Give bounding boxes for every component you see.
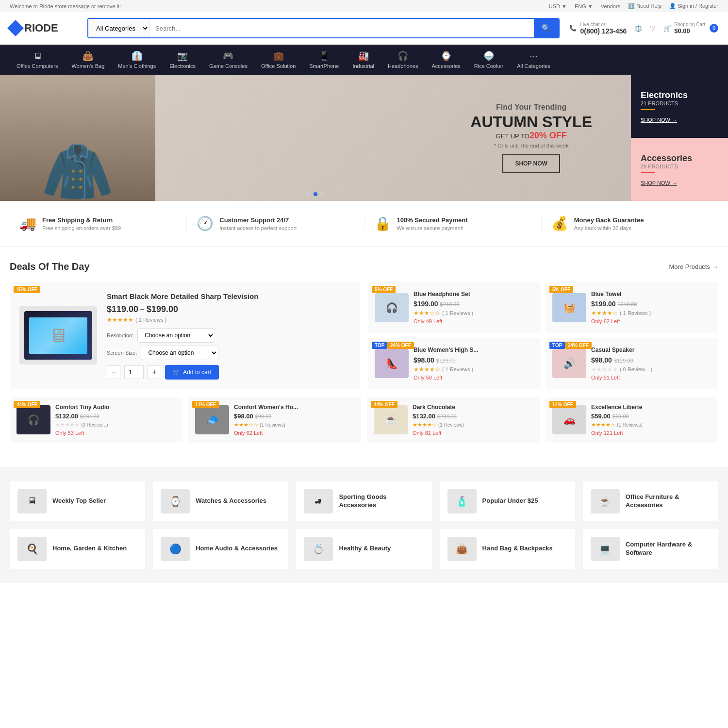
cat-img-office-furn: ☕ xyxy=(591,489,620,513)
office-computers-icon: 🖥 xyxy=(33,51,42,61)
search-button[interactable]: 🔍 xyxy=(534,19,559,37)
bottom-deal-4: 14% OFF 🚗 Excellence Liberte $59.00$69.0… xyxy=(546,397,718,443)
electronics-shop-now[interactable]: SHOP NOW → xyxy=(641,117,718,123)
dot-3[interactable] xyxy=(320,192,324,196)
currency-selector[interactable]: USD ▼ xyxy=(549,3,567,9)
cat-computer-hardware[interactable]: 💻 Computer Hardware & Software xyxy=(583,529,718,569)
nav-item-smartphone[interactable]: 📱SmartPhone xyxy=(302,45,346,75)
logo-diamond xyxy=(7,20,24,36)
signin-link[interactable]: 👤 Sign in / Register xyxy=(669,3,718,9)
cat-sporting[interactable]: ⛸ Sporting Goods Accessories xyxy=(296,481,431,521)
hero-dots xyxy=(307,192,324,196)
deal-img-3: 👠 xyxy=(375,349,409,378)
bottom-info-3: Dark Chocolate $132.00$234.00 ★★★★☆(1 Re… xyxy=(413,404,464,436)
accessories-shop-now[interactable]: SHOP NOW → xyxy=(641,180,718,186)
featured-deal-image xyxy=(19,306,97,364)
deal-top-badge-3: TOP xyxy=(372,342,387,349)
cat-img-handbag: 👜 xyxy=(447,537,477,561)
logo[interactable]: RIODE xyxy=(10,22,78,34)
header-actions: 📞 Live chat or: 0(800) 123-456 ⚖️ ♡ 🛒 Sh… xyxy=(569,22,718,35)
resolution-select[interactable]: Choose an option xyxy=(137,328,215,343)
features-bar: 🚚 Free Shipping & Return Free shipping o… xyxy=(0,201,728,247)
nav-item-accessories[interactable]: ⌚Accessories xyxy=(425,45,467,75)
deal-options: Resolution: Choose an option Screen Size… xyxy=(107,328,258,360)
nav-item-electronics[interactable]: 📷Electronics xyxy=(163,45,202,75)
hero-cta-button[interactable]: SHOP NOW xyxy=(502,154,560,173)
cat-watches[interactable]: ⌚ Watches & Accessories xyxy=(153,481,288,521)
hero-accessories-card[interactable]: Accessories 28 PRODUCTS SHOP NOW → xyxy=(631,138,728,201)
cat-office-furniture[interactable]: ☕ Office Furniture & Accessories xyxy=(583,481,718,521)
cat-weekly-top-seller[interactable]: 🖥 Weekly Top Seller xyxy=(10,481,145,521)
bottom-img-3: ☕ xyxy=(374,405,408,434)
more-products-link[interactable]: More Products → xyxy=(669,263,718,270)
header: RIODE All Categories 🔍 📞 Live chat or: 0… xyxy=(0,12,728,45)
bottom-badge-1: 44% OFF xyxy=(14,401,40,408)
nav-item-headphones[interactable]: 🎧Headphones xyxy=(381,45,425,75)
nav-item-office-solution[interactable]: 💼Office Solution xyxy=(254,45,302,75)
categories-row-2: 🍳 Home, Garden & Kitchen 🔵 Home Audio & … xyxy=(10,529,718,569)
cat-img-weekly: 🖥 xyxy=(17,489,47,513)
deals-header: Deals Of The Day More Products → xyxy=(10,261,718,272)
nav-item-all-categories[interactable]: ⋯All Categories xyxy=(510,45,557,75)
compare-button[interactable]: ⚖️ xyxy=(634,25,642,32)
featured-rating: ★★★★★ ( 1 Reviews ) xyxy=(107,316,258,323)
hero-section: 🧥 Find Your Trending AUTUMN STYLE GET UP… xyxy=(0,75,728,201)
top-bar-right: USD ▼ ENG ▼ Vendors ℹ️ Need Help 👤 Sign … xyxy=(549,3,718,9)
nav-item-game-consoles[interactable]: 🎮Game Consoles xyxy=(202,45,254,75)
nav-item-rice-cooker[interactable]: 🍚Rice Cooker xyxy=(467,45,511,75)
hero-electronics-card[interactable]: Electronics 21 PRODUCTS SHOP NOW → xyxy=(631,75,728,138)
nav-item-office-computers[interactable]: 🖥Office Computers xyxy=(10,45,65,75)
add-to-cart-button[interactable]: 🛒 Add to cart xyxy=(165,365,219,380)
help-link[interactable]: ℹ️ Need Help xyxy=(628,3,662,9)
cat-img-computer: 💻 xyxy=(591,537,620,561)
cat-home-audio[interactable]: 🔵 Home Audio & Accessories xyxy=(153,529,288,569)
bottom-info-4: Excellence Liberte $59.00$69.00 ★★★★☆(1 … xyxy=(591,404,643,436)
deal-info-2: Blue Towel $199.00$210.00 ★★★★☆( 1 Revie… xyxy=(591,291,651,325)
bottom-badge-2: 11% OFF xyxy=(192,401,219,408)
top-bar: Welcome to Riode store message or remove… xyxy=(0,0,728,12)
screen-size-select[interactable]: Choose an option xyxy=(141,346,218,360)
bottom-deals-row: 44% OFF 🎧 Comfort Tiny Audio $132.00$234… xyxy=(10,397,718,443)
moneyback-icon: 💰 xyxy=(551,215,568,232)
qty-increase-button[interactable]: + xyxy=(148,365,161,379)
categories-section: 🖥 Weekly Top Seller ⌚ Watches & Accessor… xyxy=(0,467,728,583)
feature-shipping: 🚚 Free Shipping & Return Free shipping o… xyxy=(10,215,187,232)
category-dropdown[interactable]: All Categories xyxy=(88,19,149,37)
vendors-link[interactable]: Vendors xyxy=(601,3,620,9)
search-input[interactable] xyxy=(149,19,534,37)
nav-item-mens-clothings[interactable]: 👔Men's Clothings xyxy=(111,45,163,75)
feature-support: 🕐 Customer Support 24/7 Instant access t… xyxy=(187,215,364,232)
cat-healthy-beauty[interactable]: 💍 Healthy & Beauty xyxy=(296,529,431,569)
cat-handbag[interactable]: 👜 Hand Bag & Backpacks xyxy=(440,529,575,569)
cat-img-popular: 🧴 xyxy=(447,489,477,513)
game-consoles-icon: 🎮 xyxy=(223,50,233,61)
dot-2[interactable] xyxy=(314,192,317,196)
nav-item-industrial[interactable]: 🏭Industrial xyxy=(346,45,381,75)
hero-content: Find Your Trending AUTUMN STYLE GET UP T… xyxy=(470,103,592,173)
deal-top-badge-4: TOP xyxy=(549,342,565,349)
cat-popular-under25[interactable]: 🧴 Popular Under $25 xyxy=(440,481,575,521)
dot-1[interactable] xyxy=(307,192,311,196)
qty-input[interactable] xyxy=(124,365,144,379)
cart-button[interactable]: 🛒 Shopping Cart: $0.00 0 xyxy=(663,22,718,34)
industrial-icon: 🏭 xyxy=(358,50,369,61)
language-selector[interactable]: ENG ▼ xyxy=(575,3,593,9)
payment-icon: 🔒 xyxy=(374,215,391,232)
qty-row: − + 🛒 Add to cart xyxy=(107,365,258,380)
office-solution-icon: 💼 xyxy=(273,50,284,61)
nav-item-womens-bag[interactable]: 👜Women's Bag xyxy=(65,45,111,75)
cat-img-beauty: 💍 xyxy=(304,537,333,561)
categories-row-1: 🖥 Weekly Top Seller ⌚ Watches & Accessor… xyxy=(10,481,718,521)
accessories-icon: ⌚ xyxy=(441,50,451,61)
support-icon: 🕐 xyxy=(197,215,214,232)
cat-home-garden[interactable]: 🍳 Home, Garden & Kitchen xyxy=(10,529,145,569)
bottom-img-4: 🚗 xyxy=(552,405,586,434)
deal-card-2: 5% OFF 🧺 Blue Towel $199.00$210.00 ★★★★☆… xyxy=(546,282,718,333)
qty-decrease-button[interactable]: − xyxy=(107,365,120,379)
wishlist-button[interactable]: ♡ xyxy=(650,25,656,32)
cart-add-icon: 🛒 xyxy=(173,369,180,376)
cat-img-audio: 🔵 xyxy=(161,537,190,561)
top-bar-message: Welcome to Riode store message or remove… xyxy=(10,3,121,9)
deals-title: Deals Of The Day xyxy=(10,261,90,272)
mens-clothings-icon: 👔 xyxy=(132,50,142,61)
